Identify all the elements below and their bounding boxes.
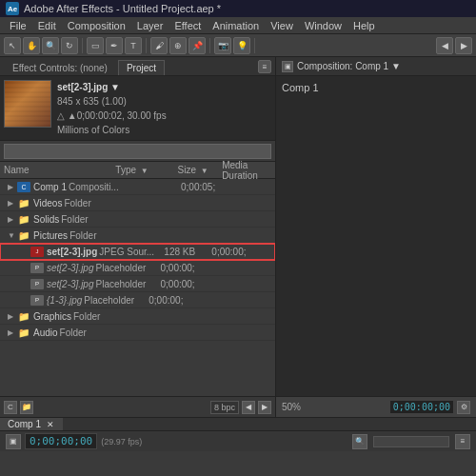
separator4 — [254, 38, 255, 53]
item-name-set23c: set[2-3].jpg — [47, 279, 93, 289]
icon-set23c: P — [30, 279, 44, 289]
tool-camera[interactable]: 📷 — [214, 37, 231, 54]
menu-bar: File Edit Composition Layer Effect Anima… — [0, 17, 476, 34]
tree-item-set23[interactable]: J set[2-3].jpg JPEG Sour... 128 KB 0;00:… — [0, 244, 275, 260]
icon-pictures: 📁 — [17, 230, 30, 241]
item-type-set23c: Placeholder — [93, 279, 160, 289]
panel-menu-btn[interactable]: ≡ — [258, 60, 271, 73]
item-type-it13: Placeholder — [82, 295, 149, 306]
timeline-tab-comp1[interactable]: Comp 1 ✕ — [0, 418, 63, 430]
item-name-pictures: Pictures — [33, 230, 68, 241]
tree-item-solids[interactable]: ▶ 📁 Solids Folder — [0, 211, 275, 228]
icon-set23: J — [30, 247, 44, 257]
tool-text[interactable]: T — [125, 37, 142, 54]
item-dur-set23b: 0;00:00; — [160, 263, 217, 273]
menu-edit[interactable]: Edit — [32, 19, 62, 32]
tool-ws-prev[interactable]: ◀ — [436, 37, 453, 54]
arrow-solids: ▶ — [8, 215, 17, 224]
tab-project[interactable]: Project — [118, 60, 165, 75]
comp-camera-icon: ▣ — [282, 61, 293, 72]
menu-effect[interactable]: Effect — [169, 19, 207, 32]
item-dur-set23c: 0;00:00; — [160, 279, 217, 289]
tool-pin[interactable]: 📌 — [188, 37, 206, 54]
tool-brush[interactable]: 🖌 — [150, 37, 168, 54]
close-tab-icon[interactable]: ✕ — [47, 420, 54, 429]
comp-settings-btn[interactable]: ⚙ — [457, 401, 470, 414]
zoom-level[interactable]: 50% — [282, 402, 301, 412]
item-name-set23: set[2-3].jpg — [47, 247, 97, 257]
scroll-left-btn[interactable]: ◀ — [242, 401, 255, 414]
new-folder-btn[interactable]: 📁 — [20, 401, 33, 414]
item-type-set23b: Placeholder — [93, 263, 160, 273]
bpc-badge[interactable]: 8 bpc — [210, 401, 239, 414]
comp-view: Comp 1 — [276, 76, 476, 396]
search-timeline-btn[interactable]: 🔍 — [352, 434, 367, 449]
size-sort-icon: ▼ — [201, 167, 208, 175]
item-name-solids: Solids — [33, 214, 59, 225]
project-bottom-bar: C 📁 8 bpc ◀ ▶ — [0, 396, 275, 417]
tool-pen[interactable]: ✒ — [106, 37, 123, 54]
menu-composition[interactable]: Composition — [62, 19, 131, 32]
tool-zoom[interactable]: 🔍 — [42, 37, 59, 54]
item-dur-it13: 0;00:00; — [149, 295, 206, 306]
tab-effect-controls[interactable]: Effect Controls: (none) — [4, 60, 116, 75]
col-header-name: Name — [0, 165, 115, 175]
item-name-videos: Videos — [33, 198, 62, 208]
menu-layer[interactable]: Layer — [131, 19, 169, 32]
panel-tabs: Effect Controls: (none) Project ≡ — [0, 57, 275, 76]
preview-colors: Millions of Colors — [57, 123, 167, 137]
scroll-right-btn[interactable]: ▶ — [258, 401, 271, 414]
preview-info: set[2-3].jpg ▼ 845 x 635 (1.00) △ ▲0;00:… — [57, 80, 167, 137]
tree-item-videos[interactable]: ▶ 📁 Videos Folder — [0, 195, 275, 211]
col-header-duration: Media Duration — [222, 160, 275, 181]
col-header-size: Size ▼ — [178, 165, 223, 175]
comp-timecode: 0;00:00;00 — [390, 401, 453, 413]
item-dur-comp1: 0;00:05; — [181, 182, 238, 192]
item-type-solids: Folder — [59, 214, 126, 225]
icon-videos: 📁 — [17, 198, 30, 208]
tool-rect[interactable]: ▭ — [87, 37, 104, 54]
menu-window[interactable]: Window — [299, 19, 347, 32]
tool-rotate[interactable]: ↻ — [61, 37, 78, 54]
search-input[interactable] — [4, 144, 271, 159]
arrow-comp1: ▶ — [8, 183, 17, 191]
tool-ws-next[interactable]: ▶ — [455, 37, 472, 54]
tree-item-pictures[interactable]: ▼ 📁 Pictures Folder — [0, 228, 275, 244]
project-panel: Effect Controls: (none) Project ≡ set[2-… — [0, 57, 276, 417]
app-icon: Ae — [6, 2, 19, 15]
item-name-set23b: set[2-3].jpg — [47, 263, 93, 273]
separator3 — [209, 38, 210, 53]
timeline-timecode: 0;00;00;00 — [25, 433, 97, 449]
timeline-cam-btn[interactable]: ▣ — [6, 434, 21, 449]
col-header-type: Type ▼ — [115, 165, 177, 175]
tool-arrow[interactable]: ↖ — [4, 37, 21, 54]
toolbar: ↖ ✋ 🔍 ↻ ▭ ✒ T 🖌 ⊕ 📌 📷 💡 ◀ ▶ — [0, 34, 476, 57]
menu-view[interactable]: View — [265, 19, 299, 32]
preview-fps: △ ▲0;00:00:02, 30.00 fps — [57, 109, 167, 123]
tree-item-graphics[interactable]: ▶ 📁 Graphics Folder — [0, 308, 275, 325]
tool-clone[interactable]: ⊕ — [169, 37, 187, 54]
tree-item-it13[interactable]: P {1-3}.jpg Placeholder 0;00:00; — [0, 292, 275, 308]
separator2 — [146, 38, 147, 53]
item-name-audio: Audio — [33, 327, 58, 338]
fps-label: (29.97 fps) — [101, 437, 142, 446]
tool-light[interactable]: 💡 — [233, 37, 250, 54]
arrow-pictures: ▼ — [8, 231, 17, 240]
search-timeline-input[interactable] — [373, 436, 449, 447]
new-comp-btn[interactable]: C — [4, 401, 17, 414]
tree-item-comp1[interactable]: ▶ C Comp 1 Compositi... 0;00:05; — [0, 179, 275, 195]
tree-item-set23b[interactable]: P set[2-3].jpg Placeholder 0;00:00; — [0, 260, 275, 276]
menu-file[interactable]: File — [4, 19, 32, 32]
sort-icon: ▼ — [141, 167, 149, 175]
tree-item-set23c[interactable]: P set[2-3].jpg Placeholder 0;00:00; — [0, 276, 275, 292]
item-type-pictures: Folder — [68, 230, 134, 241]
preview-area: set[2-3].jpg ▼ 845 x 635 (1.00) △ ▲0;00:… — [0, 76, 275, 141]
title-bar: Ae Adobe After Effects - Untitled Projec… — [0, 0, 476, 17]
tool-hand[interactable]: ✋ — [23, 37, 40, 54]
timeline-option-btn[interactable]: ≡ — [455, 434, 470, 449]
menu-animation[interactable]: Animation — [207, 19, 265, 32]
tree-item-audio[interactable]: ▶ 📁 Audio Folder — [0, 325, 275, 341]
menu-help[interactable]: Help — [347, 19, 381, 32]
icon-it13: P — [30, 295, 44, 306]
arrow-graphics: ▶ — [8, 312, 17, 321]
